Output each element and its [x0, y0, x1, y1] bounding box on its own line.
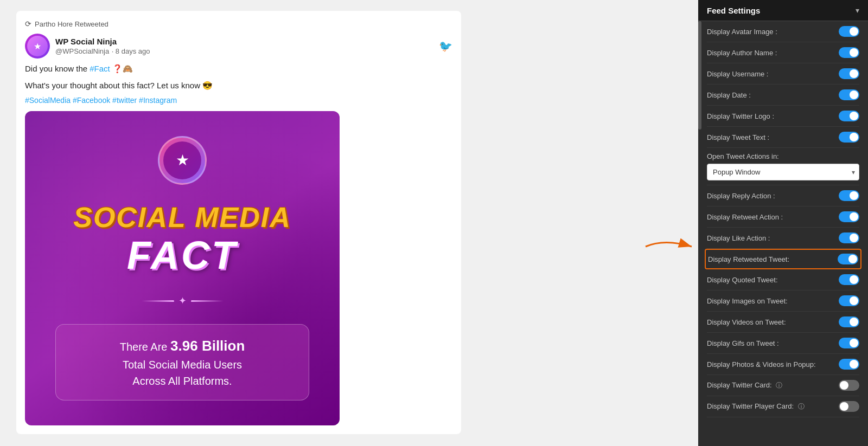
setting-label: Display Username : [707, 70, 839, 78]
dropdown-row-open-tweet-actions: Open Tweet Actions in: Popup Window New … [707, 148, 859, 185]
toggle-display-like-action[interactable] [839, 232, 859, 243]
avatar: ★ [25, 34, 50, 59]
setting-row-display-twitter-logo: Display Twitter Logo : [707, 106, 859, 127]
setting-row-display-username: Display Username : [707, 63, 859, 85]
setting-label: Display Gifs on Tweet : [707, 339, 839, 347]
tweet-image: ★ SOCIAL MEDIA FACT ✦ There Are 3.96 Bil… [25, 111, 340, 425]
twitter-logo-icon: 🐦 [439, 40, 452, 53]
setting-row-display-tweet-text: Display Tweet Text : [707, 127, 859, 148]
setting-row-display-date: Display Date : [707, 85, 859, 106]
setting-label: Display Date : [707, 91, 839, 99]
toggle-display-author-name[interactable] [839, 47, 859, 58]
setting-row-display-reply-action: Display Reply Action : [707, 185, 859, 206]
setting-row-display-twitter-player-card: Display Twitter Player Card: ⓘ [707, 396, 859, 417]
img-social-media-text: SOCIAL MEDIA [73, 202, 291, 233]
setting-row-display-retweeted-tweet: Display Retweeted Tweet: [705, 249, 861, 269]
toggle-display-avatar-image[interactable] [839, 26, 859, 37]
toggle-display-date[interactable] [839, 89, 859, 100]
setting-label: Display Retweeted Tweet: [708, 255, 838, 263]
sidebar-chevron-icon[interactable]: ▾ [856, 6, 859, 15]
info-icon-player[interactable]: ⓘ [798, 403, 805, 410]
img-deco-dot: ✦ [178, 295, 187, 307]
avatar-star-icon: ★ [34, 41, 41, 51]
tweet-text-line2: What's your thought about this fact? Let… [25, 80, 452, 92]
setting-row-display-author-name: Display Author Name : [707, 42, 859, 63]
sidebar: Feed Settings ▾ Display Avatar Image : D… [698, 0, 868, 446]
setting-label: Display Like Action : [707, 234, 839, 242]
toggle-display-videos-on-tweet[interactable] [839, 316, 859, 327]
hashtags-line: #SocialMedia #Facebook #twitter #Instagr… [25, 96, 452, 105]
setting-label: Display Images on Tweet: [707, 297, 839, 305]
img-decorations: ✦ [142, 295, 224, 307]
toggle-display-twitter-logo[interactable] [839, 111, 859, 121]
sidebar-header: Feed Settings ▾ [698, 0, 868, 21]
img-deco-left [142, 300, 174, 302]
setting-row-display-twitter-card: Display Twitter Card: ⓘ [707, 375, 859, 396]
toggle-display-twitter-player-card[interactable] [839, 401, 859, 412]
author-name: WP Social Ninja [55, 37, 433, 46]
dropdown-wrapper: Popup Window New Tab Same Tab ▾ [707, 164, 859, 180]
info-icon[interactable]: ⓘ [776, 382, 782, 389]
setting-label: Display Retweet Action : [707, 213, 839, 221]
img-stats-box: There Are 3.96 Billion Total Social Medi… [55, 324, 309, 400]
setting-row-display-gifs-on-tweet: Display Gifs on Tweet : [707, 333, 859, 354]
toggle-display-retweet-action[interactable] [839, 211, 859, 222]
img-stats-bold: 3.96 Billion [170, 338, 245, 354]
setting-label: Display Author Name : [707, 49, 839, 57]
setting-row-display-like-action: Display Like Action : [707, 228, 859, 249]
tweet-header: ★ WP Social Ninja @WPSocialNinja · 8 day… [25, 34, 452, 59]
setting-row-display-images-on-tweet: Display Images on Tweet: [707, 290, 859, 312]
open-tweet-actions-select[interactable]: Popup Window New Tab Same Tab [707, 164, 859, 180]
img-fact-text: FACT [73, 233, 291, 277]
toggle-display-photos-videos-popup[interactable] [839, 359, 859, 370]
setting-label: Display Videos on Tweet: [707, 318, 839, 326]
setting-label: Display Photos & Videos in Popup: [707, 360, 839, 369]
setting-label: Display Twitter Card: ⓘ [707, 381, 839, 390]
sidebar-title: Feed Settings [707, 6, 760, 15]
tweet-text-line1: Did you know the #Fact ❓🙈 [25, 63, 452, 75]
toggle-display-gifs-on-tweet[interactable] [839, 338, 859, 348]
setting-row-display-quoted-tweet: Display Quoted Tweet: [707, 269, 859, 290]
setting-row-display-avatar-image: Display Avatar Image : [707, 21, 859, 42]
retweet-label: Partho Hore Retweeted [35, 20, 108, 28]
img-logo-inner: ★ [163, 141, 201, 179]
retweet-banner: ⟳ Partho Hore Retweeted [25, 20, 452, 28]
setting-label: Display Avatar Image : [707, 28, 839, 36]
sidebar-content: Display Avatar Image : Display Author Na… [698, 21, 868, 446]
main-content: ⟳ Partho Hore Retweeted ★ WP Social Ninj… [0, 0, 698, 446]
scroll-track[interactable] [698, 21, 701, 130]
img-logo: ★ [158, 136, 207, 185]
toggle-display-images-on-tweet[interactable] [839, 295, 859, 306]
toggle-display-retweeted-tweet[interactable] [838, 254, 858, 264]
dropdown-label: Open Tweet Actions in: [707, 152, 859, 160]
author-time: · 8 days ago [112, 47, 150, 55]
toggle-display-quoted-tweet[interactable] [839, 274, 859, 285]
setting-row-display-retweet-action: Display Retweet Action : [707, 206, 859, 228]
toggle-display-twitter-card[interactable] [839, 380, 859, 391]
toggle-display-username[interactable] [839, 68, 859, 79]
img-stats-text: There Are 3.96 Billion Total Social Medi… [72, 335, 292, 389]
toggle-display-reply-action[interactable] [839, 190, 859, 201]
setting-label: Display Tweet Text : [707, 133, 839, 141]
avatar-inner: ★ [27, 36, 48, 56]
tweet-card: ⟳ Partho Hore Retweeted ★ WP Social Ninj… [16, 11, 461, 434]
setting-label: Display Quoted Tweet: [707, 276, 839, 284]
hashtag: #Fact [90, 64, 110, 73]
img-deco-right [191, 300, 224, 302]
img-stats-normal: There Are [120, 341, 168, 353]
img-logo-star-icon: ★ [176, 151, 189, 169]
setting-row-display-photos-videos-popup: Display Photos & Videos in Popup: [707, 354, 859, 375]
setting-label: Display Twitter Player Card: ⓘ [707, 402, 839, 411]
toggle-display-tweet-text[interactable] [839, 132, 859, 143]
setting-row-display-videos-on-tweet: Display Videos on Tweet: [707, 312, 859, 333]
setting-label: Display Reply Action : [707, 192, 839, 200]
setting-label: Display Twitter Logo : [707, 112, 839, 120]
img-title-block: SOCIAL MEDIA FACT [73, 202, 291, 277]
retweet-icon: ⟳ [25, 20, 31, 28]
author-info: WP Social Ninja @WPSocialNinja · 8 days … [55, 37, 433, 56]
author-handle: @WPSocialNinja [55, 47, 109, 55]
